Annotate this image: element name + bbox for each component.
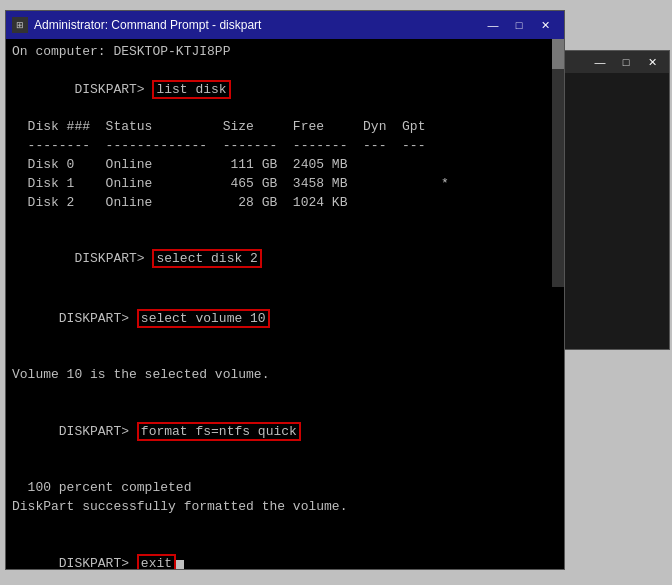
computer-header: On computer: DESKTOP-KTJI8PP	[12, 43, 546, 62]
cmd5-highlight: format fs=ntfs quick	[137, 422, 301, 441]
disk2-row: Disk 2 Online 28 GB 1024 KB	[12, 194, 546, 213]
result-5b: DiskPart successfully formatted the volu…	[12, 498, 558, 517]
window-title: Administrator: Command Prompt - diskpart	[34, 18, 480, 32]
top-console: On computer: DESKTOP-KTJI8PP DISKPART> l…	[6, 39, 564, 287]
bg-close-button[interactable]: ✕	[639, 50, 665, 74]
prompt-4: DISKPART> select volume 10	[12, 291, 558, 348]
cursor	[176, 560, 184, 569]
result-4: Volume 10 is the selected volume.	[12, 366, 558, 385]
minimize-button[interactable]: —	[480, 13, 506, 37]
cmd2-highlight: select disk 2	[152, 249, 261, 268]
disk1-row: Disk 1 Online 465 GB 3458 MB *	[12, 175, 546, 194]
bg-minimize-button[interactable]: —	[587, 50, 613, 74]
prompt-1: DISKPART> list disk	[12, 62, 546, 119]
cmd1-highlight: list disk	[152, 80, 230, 99]
blank-5	[12, 385, 558, 404]
prompt-2: DISKPART> select disk 2	[12, 231, 546, 287]
bg-titlebar: — □ ✕	[561, 51, 669, 73]
cmd6-highlight: exit	[137, 554, 176, 569]
close-button[interactable]: ✕	[532, 13, 558, 37]
main-titlebar: ⊞ Administrator: Command Prompt - diskpa…	[6, 11, 564, 39]
disk0-row: Disk 0 Online 111 GB 2405 MB	[12, 156, 546, 175]
cmd4-highlight: select volume 10	[137, 309, 270, 328]
prompt-5: DISKPART> format fs=ntfs quick	[12, 404, 558, 461]
bg-maximize-button[interactable]: □	[613, 50, 639, 74]
result-5: 100 percent completed	[12, 479, 558, 498]
background-window: — □ ✕	[560, 50, 670, 350]
prompt-6: DISKPART> exit	[12, 536, 558, 569]
scroll-section: On computer: DESKTOP-KTJI8PP DISKPART> l…	[6, 39, 564, 287]
blank-1	[12, 213, 546, 232]
cmd-icon: ⊞	[12, 17, 28, 33]
bg-window-controls: — □ ✕	[587, 50, 665, 74]
col-sep: -------- ------------- ------- ------- -…	[12, 137, 546, 156]
scrollbar[interactable]	[552, 39, 564, 287]
blank-4	[12, 348, 558, 367]
main-window: ⊞ Administrator: Command Prompt - diskpa…	[5, 10, 565, 570]
window-controls: — □ ✕	[480, 13, 558, 37]
maximize-button[interactable]: □	[506, 13, 532, 37]
blank-6	[12, 461, 558, 480]
blank-7	[12, 517, 558, 536]
bottom-console: DISKPART> select volume 10 Volume 10 is …	[6, 287, 564, 569]
col-headers: Disk ### Status Size Free Dyn Gpt	[12, 118, 546, 137]
scrollbar-thumb[interactable]	[552, 39, 564, 69]
